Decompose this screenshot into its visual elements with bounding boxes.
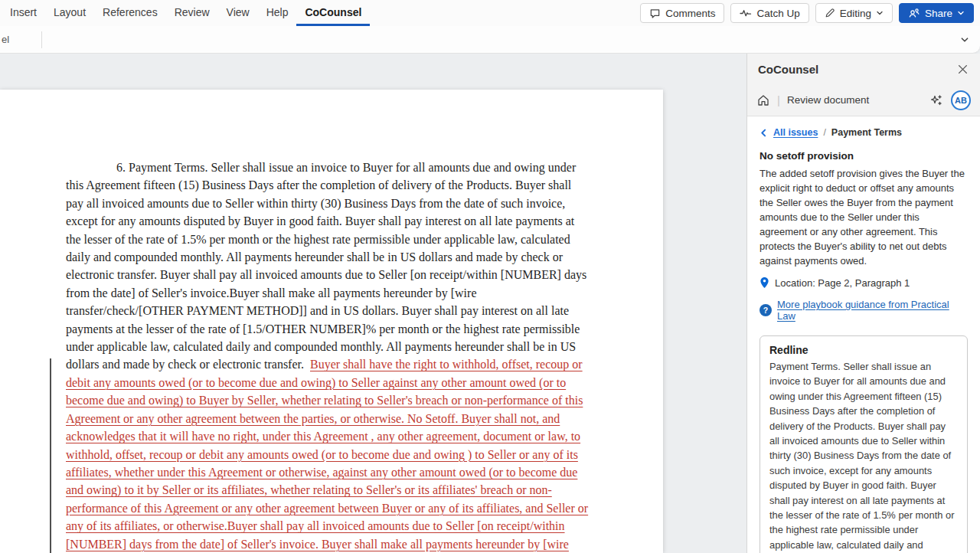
document-workspace: 6. Payment Terms. Seller shall issue an … [0, 54, 746, 553]
people-icon [908, 8, 920, 18]
panel-title: CoCounsel [758, 63, 818, 76]
chevron-down-icon [876, 9, 884, 17]
playbook-guidance-row: ? More playbook guidance from Practical … [760, 299, 968, 322]
catch-up-button[interactable]: Catch Up [730, 3, 808, 23]
toolbar-divider [41, 31, 42, 48]
ribbon-tabs: Insert Layout References Review View Hel… [2, 0, 370, 26]
cocounsel-panel: CoCounsel | Review document AB All issue… [746, 54, 980, 553]
user-avatar[interactable]: AB [951, 90, 971, 110]
panel-header: CoCounsel [747, 54, 980, 84]
all-issues-link[interactable]: All issues [773, 127, 818, 138]
back-chevron-icon[interactable] [760, 129, 768, 137]
ribbon-content-row: el [0, 26, 980, 54]
document-page[interactable]: 6. Payment Terms. Seller shall issue an … [0, 90, 663, 553]
payment-terms-paragraph[interactable]: 6. Payment Terms. Seller shall issue an … [66, 159, 590, 553]
redline-heading: Redline [769, 344, 958, 356]
nav-divider: | [777, 93, 780, 106]
top-action-buttons: Comments Catch Up Editing Share [640, 0, 980, 26]
issue-location-row: Location: Page 2, Paragraph 1 [760, 276, 968, 289]
playbook-guidance-link[interactable]: More playbook guidance from Practical La… [777, 299, 968, 322]
ribbon-tab-bar: Insert Layout References Review View Hel… [0, 0, 980, 26]
chevron-down-icon [957, 9, 965, 17]
redline-original-text: Payment Terms. Seller shall issue an inv… [769, 361, 956, 553]
location-pin-icon [760, 276, 769, 289]
issue-heading: No setoff provision [760, 150, 968, 162]
tab-insert[interactable]: Insert [2, 0, 45, 26]
home-icon[interactable] [756, 93, 770, 107]
editing-mode-button[interactable]: Editing [815, 3, 893, 23]
catch-up-button-label: Catch Up [756, 8, 799, 19]
share-button[interactable]: Share [899, 3, 974, 23]
tab-review[interactable]: Review [166, 0, 218, 26]
redline-card: Redline Payment Terms. Seller shall issu… [760, 335, 968, 553]
tab-view[interactable]: View [218, 0, 258, 26]
panel-nav-bar: | Review document AB [747, 84, 980, 116]
comments-button[interactable]: Comments [640, 3, 724, 23]
comment-bubble-icon [649, 8, 661, 19]
question-mark-icon: ? [760, 304, 772, 316]
current-issue-name: Payment Terms [831, 127, 902, 138]
issue-location-text: Location: Page 2, Paragraph 1 [775, 277, 910, 289]
pulse-icon [740, 8, 752, 18]
nav-breadcrumb-label: Review document [787, 94, 869, 106]
issue-breadcrumb: All issues / Payment Terms [760, 127, 968, 138]
ai-sparkle-icon[interactable] [929, 93, 943, 107]
tab-layout[interactable]: Layout [45, 0, 94, 26]
share-button-label: Share [925, 8, 952, 19]
tab-help[interactable]: Help [258, 0, 297, 26]
issue-description: The added setoff provision gives the Buy… [760, 166, 968, 268]
breadcrumb-separator: / [823, 127, 825, 138]
tab-cocounsel[interactable]: CoCounsel [296, 0, 370, 26]
close-icon[interactable] [958, 64, 968, 74]
paragraph-original-text: 6. Payment Terms. Seller shall issue an … [66, 161, 586, 371]
tab-references[interactable]: References [94, 0, 166, 26]
tracked-change-bar [50, 358, 51, 553]
redline-text: Payment Terms. Seller shall issue an inv… [769, 359, 958, 553]
collapse-ribbon-button[interactable] [960, 35, 969, 44]
panel-content: All issues / Payment Terms No setoff pro… [747, 116, 980, 553]
toolbar-label-fragment: el [2, 34, 9, 45]
paragraph-inserted-text: Buyer shall have the right to withhold, … [66, 358, 588, 553]
comments-button-label: Comments [665, 8, 715, 19]
editing-button-label: Editing [840, 8, 871, 19]
pencil-icon [825, 8, 835, 18]
